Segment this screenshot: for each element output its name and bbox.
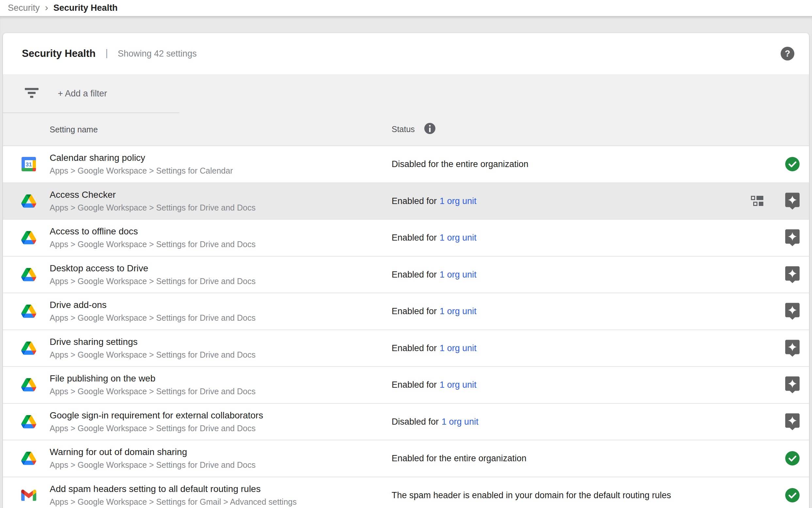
setting-title: Google sign-in requirement for external …: [50, 410, 263, 421]
setting-path: Apps > Google Workspace > Settings for D…: [50, 240, 255, 249]
table-row[interactable]: Access to offline docs Apps > Google Wor…: [3, 220, 809, 257]
org-units-icon[interactable]: [751, 196, 763, 206]
table-row[interactable]: Warning for out of domain sharing Apps >…: [3, 440, 809, 477]
breadcrumb-security-link[interactable]: Security: [8, 3, 40, 13]
page-title: Security Health: [22, 48, 96, 59]
setting-title: Warning for out of domain sharing: [50, 447, 255, 457]
drive-icon: [21, 378, 37, 392]
table-row[interactable]: Desktop access to Drive Apps > Google Wo…: [3, 257, 809, 294]
settings-table-body: 31 Calendar sharing policy Apps > Google…: [3, 146, 809, 508]
check-icon: [785, 488, 800, 503]
table-head-area: + Add a filter Setting name Status: [3, 74, 809, 146]
recommendation-badge-icon[interactable]: [785, 266, 800, 283]
table-row[interactable]: Google sign-in requirement for external …: [3, 404, 809, 441]
help-icon[interactable]: ?: [780, 46, 795, 61]
setting-title: Calendar sharing policy: [50, 153, 233, 163]
recommendation-badge-icon[interactable]: [785, 339, 800, 357]
table-row[interactable]: Access Checker Apps > Google Workspace >…: [3, 183, 809, 220]
breadcrumb-current-page: Security Health: [54, 3, 118, 13]
title-divider: |: [105, 47, 108, 58]
drive-icon: [21, 231, 37, 245]
security-health-card: Security Health | Showing 42 settings ?: [3, 33, 809, 508]
breadcrumb: Security › Security Health: [0, 0, 812, 16]
recommendation-badge-icon[interactable]: [785, 376, 800, 393]
org-unit-link[interactable]: 1 org unit: [440, 196, 477, 206]
drive-icon: [21, 305, 37, 318]
setting-path: Apps > Google Workspace > Settings for D…: [50, 350, 255, 359]
table-row[interactable]: File publishing on the web Apps > Google…: [3, 367, 809, 404]
org-unit-link[interactable]: 1 org unit: [440, 233, 477, 243]
org-unit-link[interactable]: 1 org unit: [440, 306, 477, 316]
status-text: Disabled for the entire organization: [392, 159, 528, 169]
setting-path: Apps > Google Workspace > Settings for C…: [50, 166, 233, 175]
drive-icon: [21, 452, 37, 465]
setting-title: Access to offline docs: [50, 226, 255, 237]
card-header: Security Health | Showing 42 settings ?: [3, 33, 809, 74]
setting-path: Apps > Google Workspace > Settings for D…: [50, 313, 255, 323]
svg-text:31: 31: [26, 162, 32, 168]
status-text: Enabled for1 org unit: [392, 196, 477, 206]
status-text: Enabled for1 org unit: [392, 343, 477, 353]
table-column-headers: Setting name Status: [3, 113, 809, 145]
status-text: Enabled for1 org unit: [392, 269, 477, 280]
org-unit-link[interactable]: 1 org unit: [442, 417, 479, 426]
org-unit-link[interactable]: 1 org unit: [440, 380, 477, 390]
recommendation-badge-icon[interactable]: [785, 303, 800, 320]
drive-icon: [21, 415, 37, 428]
org-unit-link[interactable]: 1 org unit: [440, 343, 477, 353]
setting-title: Access Checker: [50, 189, 255, 200]
setting-title: Desktop access to Drive: [50, 263, 255, 273]
setting-path: Apps > Google Workspace > Settings for D…: [50, 277, 255, 286]
column-header-setting-name: Setting name: [50, 125, 98, 134]
svg-text:?: ?: [785, 49, 791, 58]
setting-title: Drive add-ons: [50, 300, 255, 310]
drive-icon: [21, 341, 37, 355]
setting-title: Drive sharing settings: [50, 337, 255, 347]
check-icon: [785, 157, 800, 172]
table-row[interactable]: Drive sharing settings Apps > Google Wor…: [3, 330, 809, 367]
status-text: Enabled for1 org unit: [392, 380, 477, 390]
recommendation-badge-icon[interactable]: [785, 192, 800, 210]
status-text: Enabled for1 org unit: [392, 306, 477, 316]
calendar-icon: 31: [21, 157, 37, 171]
chevron-right-icon: ›: [45, 3, 48, 14]
page-background: Security Health | Showing 42 settings ?: [0, 16, 812, 508]
status-text: Enabled for the entire organization: [392, 454, 527, 464]
filter-icon: [25, 88, 39, 100]
table-row[interactable]: Drive add-ons Apps > Google Workspace > …: [3, 293, 809, 330]
status-text: Enabled for1 org unit: [392, 233, 477, 243]
status-text: The spam header is enabled in your domai…: [392, 490, 671, 500]
setting-path: Apps > Google Workspace > Settings for G…: [50, 497, 297, 507]
info-icon[interactable]: [424, 123, 436, 136]
recommendation-badge-icon[interactable]: [785, 413, 800, 430]
setting-path: Apps > Google Workspace > Settings for D…: [50, 203, 255, 212]
setting-title: File publishing on the web: [50, 373, 255, 384]
add-filter-label: + Add a filter: [58, 89, 107, 99]
add-filter-control[interactable]: + Add a filter: [3, 74, 809, 113]
gmail-icon: [21, 490, 37, 501]
column-header-status: Status: [392, 125, 415, 134]
recommendation-badge-icon[interactable]: [785, 229, 800, 247]
status-text: Disabled for1 org unit: [392, 417, 479, 427]
org-unit-link[interactable]: 1 org unit: [440, 269, 477, 279]
check-icon: [785, 451, 800, 466]
drive-icon: [21, 268, 37, 281]
setting-title: Add spam headers setting to all default …: [50, 484, 297, 494]
table-row[interactable]: Add spam headers setting to all default …: [3, 477, 809, 508]
settings-count: Showing 42 settings: [118, 49, 197, 59]
setting-path: Apps > Google Workspace > Settings for D…: [50, 460, 255, 470]
drive-icon: [21, 194, 37, 208]
setting-path: Apps > Google Workspace > Settings for D…: [50, 424, 263, 433]
table-row[interactable]: 31 Calendar sharing policy Apps > Google…: [3, 146, 809, 183]
setting-path: Apps > Google Workspace > Settings for D…: [50, 387, 255, 396]
